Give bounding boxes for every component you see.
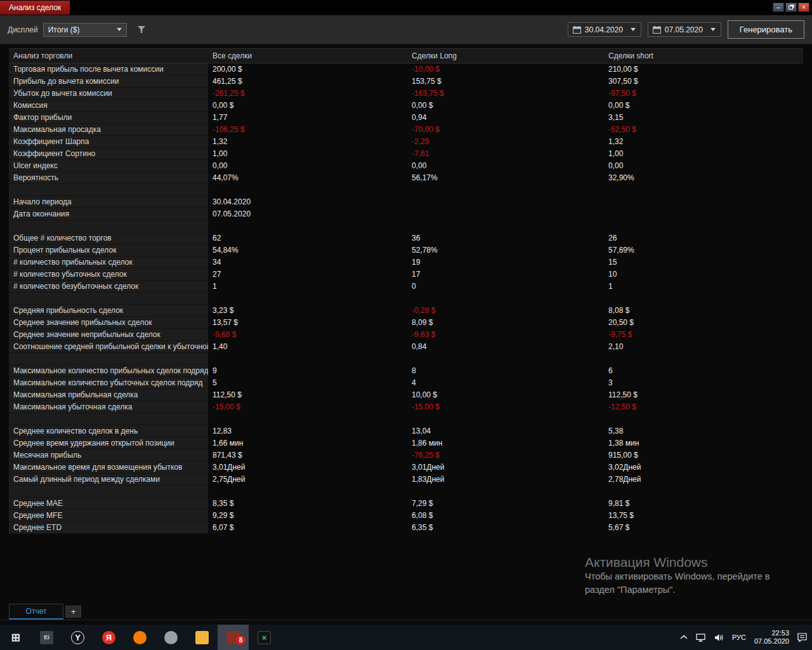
table-row[interactable]: # количество безубыточных сделок101 — [9, 281, 803, 293]
trade-analysis-app-icon[interactable]: 8 — [218, 625, 249, 650]
watermark-line-1: Чтобы активировать Windows, перейдите в — [585, 570, 807, 583]
table-row[interactable]: # количество прибыльных сделок341915 — [9, 256, 803, 269]
network-icon[interactable] — [696, 633, 706, 642]
row-value: 2,10 — [604, 341, 803, 353]
start-button-glyph: ⊞ — [9, 631, 22, 644]
row-label: Среднее время удержания открытой позиции — [9, 437, 208, 449]
table-row[interactable]: Максимальная просадка-106,25 $-70,00 $-5… — [9, 124, 803, 136]
table-row[interactable]: Среднее MAE8,35 $7,29 $9,81 $ — [9, 498, 803, 510]
taskbar-app-icon-1[interactable]: Ei — [31, 625, 62, 650]
table-row[interactable]: Дата окончания07.05.2020 — [9, 208, 803, 220]
table-row[interactable]: Убыток до вычета комиссии-261,25 $-163,7… — [9, 88, 803, 100]
taskbar-app-icon-3[interactable]: × — [249, 625, 280, 650]
date-to-picker[interactable]: 07.05.2020 — [648, 22, 721, 37]
row-label: Коэффициент Шарпа — [9, 136, 208, 148]
row-value: 0,84 — [407, 341, 604, 353]
table-row[interactable]: Среднее время удержания открытой позиции… — [9, 437, 803, 449]
row-value: 6,35 $ — [407, 522, 604, 534]
row-label: Средняя прибыльность сделок — [9, 305, 208, 317]
row-label: Комиссия — [9, 100, 208, 112]
table-row[interactable]: Среднее значение неприбыльных сделок-9,6… — [9, 329, 803, 341]
yandex-icon[interactable]: Y — [62, 625, 93, 650]
row-value: 26 — [604, 232, 803, 244]
taskbar: ⊞EiYЯ8× РУС 22:53 07.05.2020 — [0, 625, 812, 650]
table-row[interactable]: Общее # количество торгов623626 — [9, 232, 803, 244]
start-button[interactable]: ⊞ — [0, 625, 31, 650]
table-row[interactable]: Максимальная прибыльная сделка112,50 $10… — [9, 389, 803, 401]
row-value: -106,25 $ — [208, 124, 407, 136]
row-value: 3,01Дней — [208, 461, 407, 474]
table-row[interactable]: Максимальная убыточная сделка-15,00 $-15… — [9, 401, 803, 413]
table-row[interactable]: Месячная прибыль871,43 $-76,25 $915,00 $ — [9, 449, 803, 461]
table-row[interactable]: Максимальное время для возмещения убытко… — [9, 461, 803, 474]
table-row[interactable]: Среднее количество сделок в день12,8313,… — [9, 425, 803, 437]
table-row[interactable]: Ulcer индекс0,000,000,00 — [9, 160, 803, 172]
row-label: Ulcer индекс — [9, 160, 208, 172]
row-value: 6 — [604, 365, 803, 377]
row-label: Общее # количество торгов — [9, 232, 208, 244]
table-row[interactable]: Самый длинный период между сделками2,75Д… — [9, 474, 803, 486]
table-row[interactable]: Начало периода30.04.2020 — [9, 196, 803, 208]
add-tab-button[interactable]: + — [65, 606, 81, 618]
header-analysis[interactable]: Анализ торговли — [9, 51, 208, 60]
table-row[interactable]: Комиссия0,00 $0,00 $0,00 $ — [9, 100, 803, 112]
row-value: 1,00 — [604, 148, 803, 160]
table-row[interactable]: Вероятность44,07%56,17%32,90% — [9, 172, 803, 184]
row-label — [9, 413, 208, 425]
row-value: 0 — [407, 281, 604, 293]
row-value: -9,75 $ — [604, 329, 803, 341]
table-row[interactable]: Процент прибыльных сделок54,84%52,78%57,… — [9, 244, 803, 256]
table-row[interactable]: Среднее ETD6,07 $6,35 $5,67 $ — [9, 522, 803, 534]
row-value: -261,25 $ — [208, 88, 407, 100]
row-label: Дата окончания — [9, 208, 208, 220]
minimize-button[interactable]: – — [773, 3, 784, 12]
taskbar-app-icon-2[interactable] — [155, 625, 187, 650]
chevron-up-icon[interactable] — [680, 635, 688, 640]
row-value: 5 — [208, 377, 407, 389]
calendar-icon — [653, 26, 661, 34]
firefox-icon[interactable] — [124, 625, 155, 650]
row-value: 3,23 $ — [208, 305, 407, 317]
table-row[interactable]: Максимальное количество прибыльных сдело… — [9, 365, 803, 377]
table-row[interactable]: Фактор прибыли1,770,943,15 — [9, 112, 803, 124]
notifications-icon[interactable] — [797, 633, 807, 642]
header-all-trades[interactable]: Все сделки — [208, 51, 407, 60]
taskbar-app-icon-1-glyph: Ei — [40, 631, 53, 644]
row-value: 3,02Дней — [604, 461, 803, 474]
table-row[interactable]: Коэффициент Сортино1,00-7,611,00 — [9, 148, 803, 160]
table-row[interactable]: Среднее значение прибыльных сделок13,57 … — [9, 317, 803, 329]
volume-icon[interactable] — [714, 633, 724, 642]
date-from-picker[interactable]: 30.04.2020 — [568, 22, 641, 37]
yandex-browser-icon[interactable]: Я — [93, 625, 124, 650]
restore-button[interactable] — [785, 3, 797, 12]
table-row[interactable]: Среднее MFE9,29 $6,08 $13,75 $ — [9, 510, 803, 522]
row-label: Процент прибыльных сделок — [9, 244, 208, 256]
table-row[interactable]: Максимальное количество убыточных сделок… — [9, 377, 803, 389]
row-value: 1,77 — [208, 112, 407, 124]
table-row[interactable]: Коэффициент Шарпа1,32-2,291,32 — [9, 136, 803, 148]
table-row[interactable]: Соотношение средней прибыльной сделки к … — [9, 341, 803, 353]
table-row[interactable]: # количество убыточных сделок271710 — [9, 269, 803, 281]
row-value: 1,00 — [208, 148, 407, 160]
file-explorer-icon[interactable] — [187, 625, 218, 650]
close-button[interactable]: × — [798, 3, 809, 12]
display-select[interactable]: Итоги ($) — [43, 23, 127, 37]
header-short-trades[interactable]: Сделки short — [604, 51, 803, 60]
taskbar-apps: ⊞EiYЯ8× — [0, 625, 280, 650]
language-indicator[interactable]: РУС — [732, 633, 746, 641]
header-long-trades[interactable]: Сделки Long — [407, 51, 604, 60]
row-label: Максимальное количество убыточных сделок… — [9, 377, 208, 389]
chevron-down-icon — [710, 28, 716, 31]
row-value: 307,50 $ — [604, 76, 803, 88]
generate-button[interactable]: Генерировать — [728, 20, 804, 39]
taskbar-clock[interactable]: 22:53 07.05.2020 — [754, 629, 789, 646]
row-value: -10,00 $ — [407, 63, 604, 76]
row-value: 3,01Дней — [407, 461, 604, 474]
tab-report[interactable]: Отчет — [9, 604, 63, 620]
table-row[interactable]: Прибыль до вычета комиссии461,25 $153,75… — [9, 76, 803, 88]
row-label — [9, 293, 208, 305]
table-row[interactable]: Торговая прибыль после вычета комиссии20… — [9, 63, 803, 76]
filter-icon[interactable] — [137, 25, 146, 34]
chevron-down-icon — [117, 28, 122, 31]
table-row[interactable]: Средняя прибыльность сделок3,23 $-0,28 $… — [9, 305, 803, 317]
